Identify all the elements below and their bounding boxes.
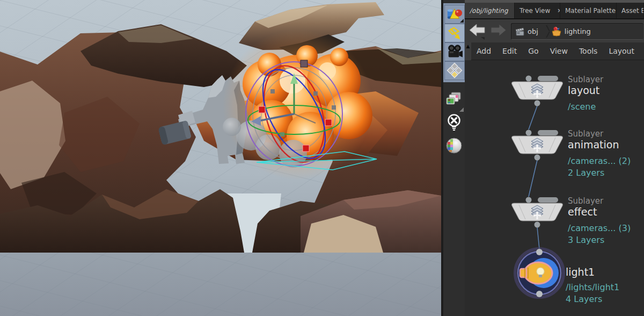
node-type-label: Sublayer bbox=[568, 75, 603, 84]
tab-label: Asset Brow bbox=[621, 7, 643, 15]
menu-add[interactable]: Add bbox=[477, 47, 491, 55]
node-layers: 2 Layers bbox=[568, 167, 631, 179]
node-light1[interactable] bbox=[515, 249, 564, 297]
menu-corner-indicator bbox=[460, 19, 464, 23]
network-editor-panel: /obj/lighting × Tree View × Material Pal… bbox=[465, 0, 644, 316]
camera-icon[interactable] bbox=[444, 42, 465, 61]
node-label-layout: Sublayer layout /scene bbox=[568, 75, 603, 113]
node-layers: 3 Layers bbox=[568, 234, 631, 246]
lighting-off-icon[interactable] bbox=[444, 113, 464, 133]
viewport-toolbar bbox=[443, 0, 465, 316]
tab-label: Tree View bbox=[519, 7, 550, 15]
node-name: animation bbox=[568, 139, 631, 150]
menu-view[interactable]: View bbox=[550, 47, 568, 55]
tab-label: /obj/lighting bbox=[470, 7, 508, 15]
node-label-effect: Sublayer effect /cameras... (3) 3 Layers bbox=[568, 196, 631, 246]
network-graph[interactable]: Sublayer layout /scene Sublayer animatio… bbox=[465, 60, 644, 316]
scroll-up-icon[interactable]: ▲ bbox=[466, 44, 470, 49]
breadcrumb-current-label: lighting bbox=[565, 27, 591, 35]
pane-tab-asset-browser[interactable]: Asset Brow bbox=[617, 3, 643, 18]
node-name: light1 bbox=[566, 266, 619, 278]
node-animation[interactable] bbox=[512, 130, 563, 161]
node-path: /scene bbox=[568, 101, 603, 113]
houdini-window: /obj/lighting × Tree View × Material Pal… bbox=[0, 0, 644, 316]
breadcrumb-root-label: obj bbox=[528, 27, 538, 35]
node-label-light1: light1 /lights/light1 4 Layers bbox=[566, 266, 619, 305]
lighting-network-icon bbox=[551, 26, 562, 37]
menu-edit[interactable]: Edit bbox=[502, 47, 517, 55]
menu-corner-indicator bbox=[459, 107, 464, 112]
breadcrumb-separator bbox=[542, 24, 547, 39]
breadcrumb-obj[interactable]: obj bbox=[511, 24, 542, 39]
pane-tab-bar: /obj/lighting × Tree View × Material Pal… bbox=[465, 3, 644, 19]
back-button[interactable] bbox=[468, 23, 486, 39]
forward-button[interactable] bbox=[489, 23, 508, 39]
node-path: /lights/light1 bbox=[566, 282, 619, 293]
menu-go[interactable]: Go bbox=[528, 47, 538, 55]
node-layers: 4 Layers bbox=[566, 293, 619, 305]
node-name: effect bbox=[568, 206, 631, 218]
viewport-render bbox=[0, 0, 441, 316]
node-path: /cameras... (3) bbox=[568, 222, 631, 234]
snapping-diamonds-icon[interactable] bbox=[444, 61, 465, 80]
scene-viewport[interactable] bbox=[0, 0, 441, 316]
obj-network-icon bbox=[515, 27, 525, 36]
pane-tab-tree-view[interactable]: Tree View × bbox=[515, 3, 560, 18]
pane-tab-obj-lighting[interactable]: /obj/lighting × bbox=[465, 3, 514, 18]
network-menu-bar: Add Edit Go View Tools Layout qLib Labs bbox=[471, 42, 644, 60]
pane-tab-material-palette[interactable]: Material Palette × bbox=[560, 3, 616, 18]
select-objects-icon[interactable] bbox=[444, 24, 465, 42]
breadcrumb-lighting[interactable]: lighting bbox=[547, 24, 595, 39]
menu-layout[interactable]: Layout bbox=[609, 47, 634, 55]
node-path: /cameras... (2) bbox=[568, 155, 631, 167]
node-type-label: Sublayer bbox=[568, 129, 631, 139]
node-effect[interactable] bbox=[512, 197, 563, 228]
network-path-field[interactable]: obj lighting bbox=[511, 23, 643, 40]
menu-tools[interactable]: Tools bbox=[579, 47, 598, 55]
close-icon[interactable]: × bbox=[557, 7, 560, 14]
node-type-label: Sublayer bbox=[568, 196, 631, 206]
node-label-animation: Sublayer animation /cameras... (2) 2 Lay… bbox=[568, 129, 631, 179]
node-name: layout bbox=[568, 84, 603, 96]
path-bar: obj lighting bbox=[465, 19, 644, 43]
material-sphere-icon[interactable] bbox=[444, 134, 464, 157]
tab-label: Material Palette bbox=[565, 7, 616, 15]
node-layout[interactable] bbox=[512, 76, 563, 106]
